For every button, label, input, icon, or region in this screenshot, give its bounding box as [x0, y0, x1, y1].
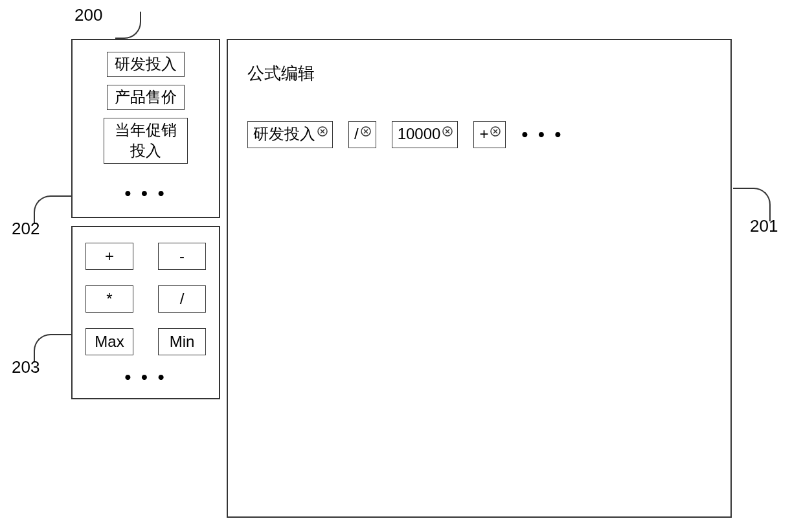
operator-label: Max [95, 333, 124, 351]
token-text: / [354, 123, 359, 145]
ref-label-203: 203 [12, 357, 40, 377]
more-indicator: • • • [125, 367, 167, 388]
operator-plus-button[interactable]: + [85, 243, 133, 270]
formula-token-row: 研发投入 / 10000 + [247, 121, 711, 148]
figure-canvas: 研发投入 产品售价 当年促销投入 • • • + - * [71, 39, 732, 518]
editor-title: 公式编辑 [247, 62, 711, 85]
operator-label: / [180, 290, 185, 308]
close-icon[interactable] [490, 126, 501, 137]
variable-label: 当年促销投入 [115, 121, 177, 159]
variables-panel: 研发投入 产品售价 当年促销投入 • • • [71, 39, 220, 218]
operator-label: * [106, 290, 112, 308]
close-icon[interactable] [360, 126, 372, 137]
operator-label: + [105, 247, 114, 265]
operator-multiply-button[interactable]: * [85, 285, 133, 313]
token-text: + [479, 123, 488, 145]
variable-button[interactable]: 产品售价 [107, 85, 185, 110]
operator-label: Min [170, 333, 195, 351]
token-text: 10000 [398, 123, 441, 145]
variable-button[interactable]: 研发投入 [107, 52, 185, 77]
variable-button[interactable]: 当年促销投入 [104, 118, 188, 163]
formula-token[interactable]: 10000 [392, 121, 458, 148]
operator-divide-button[interactable]: / [158, 285, 206, 313]
more-indicator: • • • [125, 183, 167, 204]
sidebar: 研发投入 产品售价 当年促销投入 • • • + - * [71, 39, 220, 399]
formula-token[interactable]: 研发投入 [247, 121, 333, 148]
close-icon[interactable] [317, 126, 328, 137]
ref-label-202: 202 [12, 219, 40, 239]
close-icon[interactable] [442, 126, 453, 137]
token-text: 研发投入 [253, 123, 315, 145]
ref-label-201: 201 [750, 216, 778, 236]
operator-minus-button[interactable]: - [158, 243, 206, 270]
operator-grid: + - * / Max Min [80, 243, 211, 355]
ref-label-200: 200 [74, 5, 102, 25]
formula-token[interactable]: + [473, 121, 506, 148]
operator-label: - [179, 247, 185, 265]
variable-label: 研发投入 [115, 55, 177, 72]
operator-max-button[interactable]: Max [85, 328, 133, 355]
operator-min-button[interactable]: Min [158, 328, 206, 355]
formula-token[interactable]: / [348, 121, 376, 148]
formula-editor-panel: 公式编辑 研发投入 / 10000 + [227, 39, 732, 518]
operators-panel: + - * / Max Min • • • [71, 226, 220, 399]
more-indicator: • • • [521, 124, 563, 145]
variable-label: 产品售价 [115, 88, 177, 105]
callout-hook-200 [115, 12, 141, 39]
